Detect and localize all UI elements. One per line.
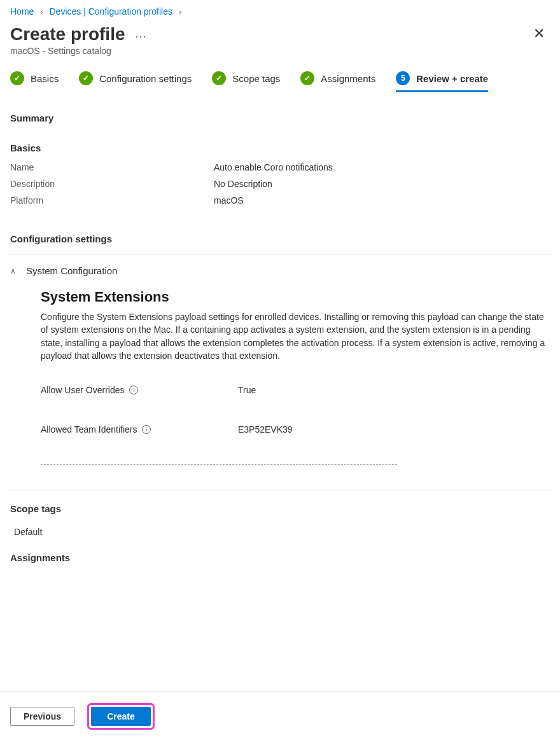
platform-label: Platform xyxy=(10,195,214,205)
check-icon: ✓ xyxy=(212,71,226,85)
allowed-team-identifiers-row: Allowed Team Identifiers i E3P52EVK39 xyxy=(41,424,550,435)
name-value: Auto enable Coro notifications xyxy=(214,162,550,172)
tab-basics-label: Basics xyxy=(31,73,59,84)
system-configuration-label: System Configuration xyxy=(26,265,117,276)
allow-user-overrides-label: Allow User Overrides xyxy=(41,385,124,395)
info-icon[interactable]: i xyxy=(142,425,151,434)
page-title: Create profile xyxy=(10,24,125,45)
close-icon[interactable]: ✕ xyxy=(528,24,550,43)
allow-user-overrides-row: Allow User Overrides i True xyxy=(41,385,550,395)
separator xyxy=(10,490,550,491)
summary-heading: Summary xyxy=(10,113,550,123)
dashed-separator xyxy=(41,464,397,464)
tab-review-label: Review + create xyxy=(416,73,488,84)
page-subtitle: macOS - Settings catalog xyxy=(0,46,560,71)
config-heading: Configuration settings xyxy=(10,233,550,244)
chevron-up-icon: ∧ xyxy=(10,267,16,275)
system-extensions-title: System Extensions xyxy=(41,289,550,305)
breadcrumb-devices-config[interactable]: Devices | Configuration profiles xyxy=(49,6,172,17)
page-header: Create profile ··· ✕ xyxy=(0,20,560,46)
more-actions-button[interactable]: ··· xyxy=(136,30,147,43)
tab-assignments[interactable]: ✓ Assignments xyxy=(300,71,375,92)
tab-config-label: Configuration settings xyxy=(99,73,192,84)
tab-basics[interactable]: ✓ Basics xyxy=(10,71,59,92)
wizard-tabs: ✓ Basics ✓ Configuration settings ✓ Scop… xyxy=(0,71,560,104)
check-icon: ✓ xyxy=(79,71,93,85)
tab-scope-tags[interactable]: ✓ Scope tags xyxy=(212,71,280,92)
allowed-team-identifiers-value: E3P52EVK39 xyxy=(238,424,550,435)
check-icon: ✓ xyxy=(300,71,314,85)
basics-grid: Name Auto enable Coro notifications Desc… xyxy=(10,162,550,205)
description-value: No Description xyxy=(214,179,550,189)
system-extensions-desc: Configure the System Extensions payload … xyxy=(41,310,550,362)
allowed-team-identifiers-label: Allowed Team Identifiers xyxy=(41,424,137,435)
main-content: Summary Basics Name Auto enable Coro not… xyxy=(0,113,560,652)
breadcrumb-home[interactable]: Home xyxy=(10,6,34,17)
check-icon: ✓ xyxy=(10,71,24,85)
step-number-badge: 5 xyxy=(396,71,410,85)
tab-scope-label: Scope tags xyxy=(232,73,280,84)
scope-tags-heading: Scope tags xyxy=(10,503,550,514)
scope-tag-default: Default xyxy=(10,527,550,537)
tab-configuration-settings[interactable]: ✓ Configuration settings xyxy=(79,71,192,92)
chevron-right-icon: › xyxy=(40,7,43,17)
system-extensions-block: System Extensions Configure the System E… xyxy=(10,289,550,464)
info-icon[interactable]: i xyxy=(129,386,138,394)
tab-review-create[interactable]: 5 Review + create xyxy=(396,71,488,92)
chevron-right-icon: › xyxy=(179,7,181,17)
system-configuration-toggle[interactable]: ∧ System Configuration xyxy=(10,254,550,284)
basics-heading: Basics xyxy=(10,143,550,153)
platform-value: macOS xyxy=(214,195,550,205)
description-label: Description xyxy=(10,179,214,189)
breadcrumb: Home › Devices | Configuration profiles … xyxy=(0,0,560,20)
assignments-heading: Assignments xyxy=(10,552,550,563)
allow-user-overrides-value: True xyxy=(238,385,550,395)
tab-assignments-label: Assignments xyxy=(321,73,375,84)
name-label: Name xyxy=(10,162,214,172)
